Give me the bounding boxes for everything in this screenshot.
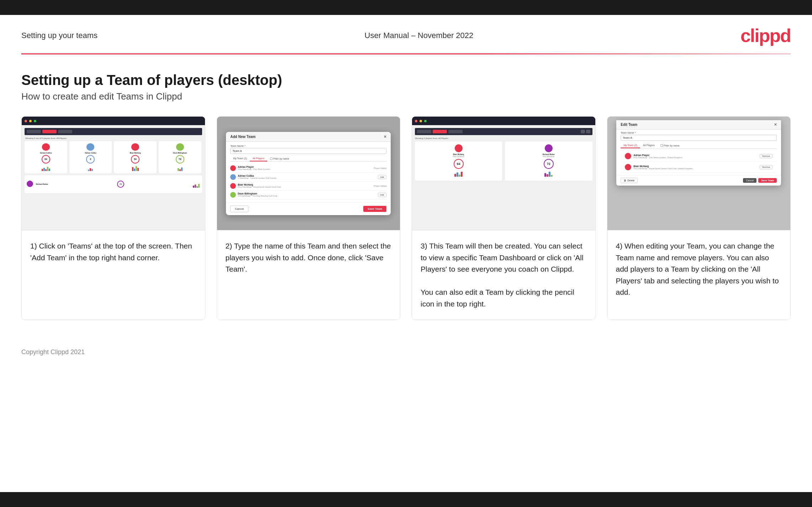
team-name-input[interactable]: Team A [230,148,386,154]
mp-info-2: Adrian Coliba 1 Handicap · Central Londo… [238,175,376,179]
ss1-bar4-b [179,169,181,171]
mp-add-btn-4[interactable]: Add [378,193,387,197]
card-3-text2: You can also edit a Team by clicking the… [421,288,574,308]
ss3-nav-home [417,130,431,133]
modal-tab-allplayers[interactable]: All Players [250,156,267,161]
copyright-text: Copyright Clippd 2021 [21,348,85,356]
ss1-bar3-b [134,169,135,171]
ss1-bar5-d [198,184,200,188]
ep-club-2: Plus Handicap · Royal North Devon Golf C… [633,167,758,170]
edit-player-row-2: Blair McHarg Plus Handicap · Royal North… [621,162,777,173]
ss3-body: Showing 2 players from: All Players Blai… [412,125,595,230]
ss1-score-4: 78 [176,155,184,163]
modal-tab-filter: Filter by name [267,156,292,161]
ss1-score-2: 0 [86,155,95,163]
ss1-nav-perf [58,130,72,133]
edit-modal-footer: 🗑 Delete Cancel Save Team [616,175,781,186]
header-left-text: Setting up your teams [21,31,97,40]
ss1-bar5-a [193,186,194,188]
card-1-text: 1) Click on 'Teams' at the top of the sc… [22,230,205,320]
card-4-screenshot: Edit Team ✕ Team Name * Team A My Team (… [607,117,791,230]
ss3-subtitle: Showing 2 players from: All Players [415,137,592,139]
edit-modal-body: Team Name * Team A My Team (2) All Playe… [616,129,781,175]
filter-label: Filter by name [273,158,289,160]
card-2: Add New Team ✕ Team Name * Team A My Tea… [217,116,401,320]
modal-footer: Cancel Save Team [226,202,391,215]
ss1-bars-1 [42,166,50,171]
mp-info-4: Dave Billingham 3.5 Handicap · The Dog M… [238,192,376,197]
ss1-avatar-3 [131,143,139,151]
cancel-button[interactable]: Cancel [230,206,248,212]
ss1-bar-b [43,168,45,171]
card-3-screenshot: Showing 2 players from: All Players Blai… [412,117,595,230]
edit-tab-filter: Filter by name [658,143,682,148]
edit-filter-checkbox[interactable] [660,144,663,147]
ss3-score-blair: 94 [454,159,464,169]
ss1-avatar-2 [86,143,94,151]
ss1-content: Showing 5 out of 5 players from: All Pla… [22,125,205,230]
card-4: Edit Team ✕ Team Name * Team A My Team (… [607,116,791,320]
mp-club-4: 3.5 Handicap · The Dog Maying Golf Club [238,195,376,197]
edit-player-row-1: Adrian Player Plus Handicap · The Shire … [621,151,777,162]
ss1-score-5: 72 [117,181,124,188]
ss1-bar4-c [181,167,183,171]
mp-badge-1: Player Added [374,167,387,169]
ss1-dot-yellow [29,120,32,122]
ss3-player-blair: Blair McHarg Plus Handicap 94 [415,142,502,181]
ss3-bars-blair [454,170,463,177]
footer: Copyright Clippd 2021 [0,341,812,367]
edit-save-team-button[interactable]: Save Team [758,178,777,183]
filter-checkbox[interactable] [270,158,273,160]
clippd-logo: clippd [740,25,791,46]
edit-footer-right: Cancel Save Team [743,178,777,183]
delete-team-button[interactable]: 🗑 Delete [621,178,638,183]
mp-club-2: 1 Handicap · Central London Golf Centre [238,177,376,179]
mp-avatar-1 [230,165,236,171]
edit-modal-header: Edit Team ✕ [616,120,781,129]
ss1-dot-green [34,120,36,122]
mp-name-1: Adrian Player [238,166,372,168]
ss1-bar2-c [91,169,93,171]
ep-club-1: Plus Handicap · The Shire London, United… [633,156,758,159]
ep-avatar-1 [625,153,631,159]
ep-info-2: Blair McHarg Plus Handicap · Royal North… [633,165,758,170]
ep-avatar-2 [625,164,631,170]
ss1-bars-2 [88,166,93,171]
mp-club-3: Plus Handicap · Royal North Devon Golf C… [238,186,372,188]
ss3-player-richard: Richard Butler Plus Handicap 72 [505,142,592,181]
mp-add-btn-2[interactable]: Add [378,175,387,179]
ss1-name-2: Adrian Coliba [85,152,96,154]
ss1-header-bar [25,128,202,135]
ss1-player-5: Richard Butler 72 [25,175,202,193]
ss1-player-1: Adrian Collins 84 [25,141,67,173]
card-3-text1: 3) This Team will then be created. You c… [421,242,584,273]
page-title-section: Setting up a Team of players (desktop) H… [0,54,812,116]
edit-cancel-button[interactable]: Cancel [743,178,756,183]
edit-modal-close-icon[interactable]: ✕ [774,123,777,127]
ss1-bars-4 [178,166,183,171]
ss3-bar-r2 [547,174,548,177]
card-1: Showing 5 out of 5 players from: All Pla… [21,116,205,320]
ss1-name-4: Dave Billingham [173,152,187,154]
modal-header: Add New Team ✕ [226,132,391,142]
save-team-button[interactable]: Save Team [363,206,386,212]
edit-team-name-input[interactable]: Team A [621,135,777,141]
modal-close-icon[interactable]: ✕ [384,135,386,139]
ss3-topbar [412,117,595,125]
edit-tab-myteam[interactable]: My Team (2) [621,143,640,148]
modal-player-row-3: Blair McHarg Plus Handicap · Royal North… [230,182,386,191]
ss3-bar-b4 [461,172,463,177]
ep-remove-btn-2[interactable]: Remove [760,165,773,169]
card-4-text: 4) When editing your Team, you can chang… [607,230,791,320]
ss1-bar-d [47,167,48,171]
ss3-bar-r1 [544,173,546,177]
ss1-player-3: Blair McHarg 94 [114,141,157,173]
edit-tab-allplayers[interactable]: All Players [640,143,658,148]
ep-remove-btn-1[interactable]: Remove [760,154,773,158]
mp-name-3: Blair McHarg [238,183,372,186]
modal-tab-myteam[interactable]: My Team (2) [230,156,250,161]
ss3-bar-b2 [457,172,458,177]
ss3-bars-richard [544,170,553,177]
ep-name-2: Blair McHarg [633,165,758,167]
card-1-screenshot: Showing 5 out of 5 players from: All Pla… [22,117,205,230]
